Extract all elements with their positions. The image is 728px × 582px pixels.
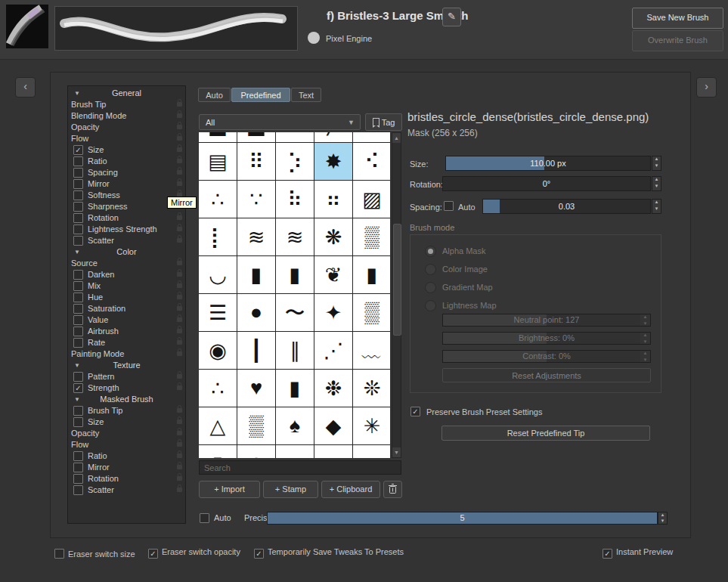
checkbox-icon[interactable] xyxy=(54,549,64,559)
option-checkbox[interactable] xyxy=(73,213,83,223)
save-new-brush-preset-button[interactable]: Save New Brush Preset... xyxy=(632,8,723,29)
section-header-color[interactable]: ▼Color xyxy=(68,246,185,258)
checkbox-icon[interactable]: ✓ xyxy=(254,549,264,559)
spin-up-icon[interactable]: ▲ xyxy=(652,177,661,184)
option-checkbox[interactable] xyxy=(73,485,83,495)
brush-tip-smudge-column[interactable]: ▮ xyxy=(276,370,314,407)
brush-tip-ink-blob[interactable]: ⠛ xyxy=(276,132,314,142)
brush-tip-diagonal-stroke[interactable]: ╱ xyxy=(314,132,352,142)
section-header-texture[interactable]: ▼Texture xyxy=(68,360,185,371)
brush-tip-splatter-burst[interactable]: ✳ xyxy=(353,407,390,444)
option-opacity[interactable]: Opacity xyxy=(68,122,185,133)
brush-tip-star-sparkle[interactable]: ✦ xyxy=(314,294,352,331)
preserve-settings-checkbox[interactable]: ✓ xyxy=(410,407,420,416)
brush-tip-curved-stroke[interactable]: ◡ xyxy=(199,256,237,293)
reset-predefined-tip-button[interactable]: Reset Predefined Tip xyxy=(441,426,650,441)
spin-up-icon[interactable]: ▲ xyxy=(652,156,661,163)
brush-tip-pinecone[interactable]: ♠ xyxy=(276,407,314,444)
option-value[interactable]: Value xyxy=(68,314,185,326)
rotation-spinner[interactable]: ▲▼ xyxy=(652,176,661,191)
spacing-slider[interactable]: 0.03 xyxy=(482,199,651,214)
spin-down-icon[interactable]: ▼ xyxy=(652,163,661,170)
footer-checkbox-eraser-switch-opacity[interactable]: ✓Eraser switch opacity xyxy=(148,547,240,558)
brush-tip-dense-splat[interactable]: ✸ xyxy=(314,143,352,180)
option-checkbox[interactable] xyxy=(73,327,83,336)
size-spinner[interactable]: ▲▼ xyxy=(652,156,661,171)
option-checkbox[interactable] xyxy=(73,190,83,200)
brush-tip-speck-column[interactable]: ⡱ xyxy=(276,143,314,180)
brush-tip-dotted-strip[interactable]: ⁝ xyxy=(237,445,275,458)
option-rotation[interactable]: Rotation xyxy=(68,473,185,484)
option-airbrush[interactable]: Airbrush xyxy=(68,326,185,337)
option-checkbox[interactable] xyxy=(73,236,83,246)
brush-tip-faint-figure[interactable]: ▒ xyxy=(237,407,275,444)
brush-tip-dash-pair[interactable]: ÷ xyxy=(353,445,390,458)
scrollbar-down-icon[interactable]: ▼ xyxy=(392,447,401,457)
triangle-collapse-icon[interactable]: ▼ xyxy=(74,360,80,371)
option-strength[interactable]: ✓Strength xyxy=(68,382,185,394)
brush-tip-gray-circles[interactable]: ◉ xyxy=(199,332,237,369)
option-flow[interactable]: Flow xyxy=(68,439,185,450)
brush-tip-scratchy-lines[interactable]: ∥ xyxy=(276,332,314,369)
option-size[interactable]: ✓Size xyxy=(68,144,185,156)
delete-tip-button[interactable] xyxy=(383,481,402,498)
brush-tip-speckle-strip[interactable]: ⡇ xyxy=(199,218,237,255)
search-input[interactable] xyxy=(199,460,401,475)
option-checkbox[interactable] xyxy=(73,417,83,427)
scrollbar-up-icon[interactable]: ▲ xyxy=(392,133,401,143)
option-size[interactable]: Size xyxy=(68,416,185,428)
spin-down-icon[interactable]: ▼ xyxy=(652,184,661,190)
brush-tip-ribbed-column[interactable]: ▮ xyxy=(353,256,390,293)
checkbox-icon[interactable]: ✓ xyxy=(148,549,158,559)
import-button[interactable]: + Import xyxy=(199,481,260,498)
brush-tip-soft-column[interactable]: ▮ xyxy=(237,256,275,293)
brush-tip-gradient-column[interactable]: ┃ xyxy=(237,332,275,369)
option-pattern[interactable]: Pattern xyxy=(68,371,185,382)
option-checkbox[interactable] xyxy=(73,451,83,461)
rotation-slider[interactable]: 0° xyxy=(442,176,651,191)
option-painting-mode[interactable]: Painting Mode xyxy=(68,348,185,360)
option-checkbox[interactable] xyxy=(73,293,83,302)
brush-tip-sparse-splatter[interactable]: ∴ xyxy=(199,181,237,218)
option-flow[interactable]: Flow xyxy=(68,133,185,144)
tag-button[interactable]: Tag xyxy=(365,113,402,131)
brush-tip-vein-scribble[interactable]: 〜 xyxy=(276,294,314,331)
brush-tip-segment-bar[interactable]: ▯ xyxy=(199,445,237,458)
brush-tip-splat-blobs[interactable]: ❉ xyxy=(314,370,352,407)
option-checkbox[interactable] xyxy=(73,315,83,325)
precision-slider[interactable]: 5 xyxy=(267,512,658,525)
spin-down-icon[interactable]: ▼ xyxy=(652,206,661,213)
scroll-right-button[interactable]: › xyxy=(696,77,717,98)
option-checkbox[interactable]: ✓ xyxy=(73,383,83,393)
option-ratio[interactable]: Ratio xyxy=(68,156,185,167)
clipboard-button[interactable]: + Clipboard xyxy=(321,481,380,498)
option-opacity[interactable]: Opacity xyxy=(68,428,185,439)
brush-tip-heart[interactable]: ♥ xyxy=(237,370,275,407)
grid-scrollbar[interactable]: ▲ ▼ xyxy=(392,132,401,458)
brush-tip-ink-disc[interactable]: ● xyxy=(237,294,275,331)
option-rotation[interactable]: Rotation xyxy=(68,212,185,224)
option-checkbox[interactable] xyxy=(73,224,83,234)
option-checkbox[interactable] xyxy=(73,270,83,280)
option-checkbox[interactable] xyxy=(73,156,83,166)
brush-tip-dot-scatter[interactable]: ∴ xyxy=(199,370,237,407)
option-spacing[interactable]: Spacing xyxy=(68,167,185,178)
option-brush-tip[interactable]: Brush Tip xyxy=(68,405,185,416)
spin-down-icon[interactable]: ▼ xyxy=(658,519,667,525)
option-checkbox[interactable] xyxy=(73,168,83,178)
option-scatter[interactable]: Scatter xyxy=(68,235,185,246)
brush-tip-fuzzy-stroke[interactable]: ﹏ xyxy=(353,332,390,369)
option-checkbox[interactable] xyxy=(73,338,83,348)
brush-tip-big-dot-cluster[interactable]: ⠷ xyxy=(276,181,314,218)
option-ratio[interactable]: Ratio xyxy=(68,450,185,462)
brush-tip-smear-band-2[interactable]: ≋ xyxy=(276,218,314,255)
option-brush-tip[interactable]: Brush Tip xyxy=(68,99,185,110)
section-header-masked-brush[interactable]: ▼Masked Brush xyxy=(68,394,185,405)
footer-checkbox-instant-preview[interactable]: ✓Instant Preview xyxy=(603,547,673,558)
checkbox-icon[interactable]: ✓ xyxy=(603,549,612,559)
option-scatter[interactable]: Scatter xyxy=(68,484,185,496)
option-blending-mode[interactable]: Blending Mode xyxy=(68,110,185,122)
option-checkbox[interactable] xyxy=(73,304,83,314)
brush-tip-sparse-dots[interactable]: ∵ xyxy=(237,181,275,218)
scrollbar-thumb[interactable] xyxy=(393,224,401,336)
